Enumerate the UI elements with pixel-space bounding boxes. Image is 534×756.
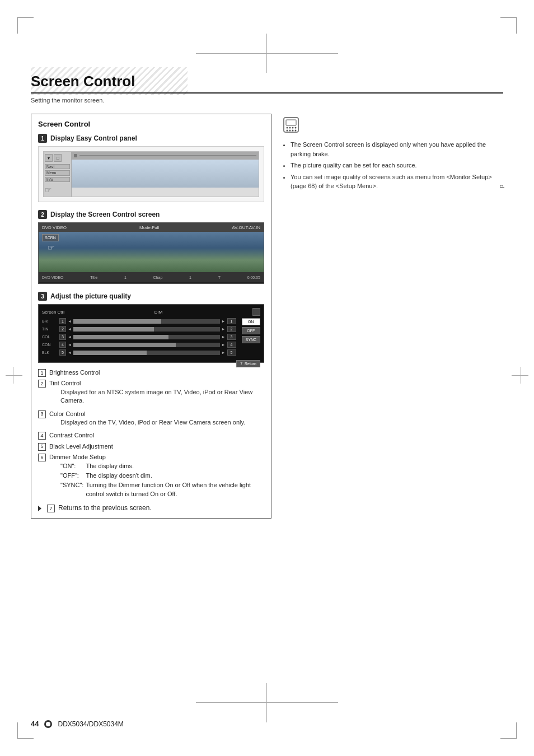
list-label-7: Returns to the previous screen. <box>58 504 152 512</box>
list-num-2: 2 <box>38 380 46 388</box>
corner-mark-tr <box>500 17 517 34</box>
settings-rows-area: BRI 1 ◄ ► 1 <box>42 318 260 357</box>
dimmer-key-on: "ON": <box>60 462 86 472</box>
svg-point-6 <box>287 130 288 132</box>
step3-text: Adjust the picture quality <box>50 292 131 300</box>
panel-top-bar <box>72 152 259 160</box>
crosshair-mid-v <box>13 367 13 384</box>
list-num-7: 7 <box>47 505 55 512</box>
panel-btn-menu: Menu <box>45 170 70 175</box>
dimmer-table: "ON": The display dims. "OFF": The displ… <box>60 462 264 500</box>
con-bar <box>73 343 220 347</box>
list-item-1: 1 Brightness Control <box>38 368 264 377</box>
blk-arrows: ◄ <box>68 351 72 354</box>
settings-dim-text: DIM <box>154 310 163 315</box>
item7-content: 7 Returns to the previous screen. <box>47 504 152 512</box>
svg-point-5 <box>295 127 297 129</box>
two-col-layout: Screen Control 1 Display Easy Control pa… <box>31 114 503 519</box>
screen-bottom-num2: 1 <box>189 276 191 279</box>
list-label-5: Black Level Adjustment <box>49 442 113 451</box>
dimmer-val-sync: Turning the Dimmer function On or Off wh… <box>86 481 264 500</box>
screen-bottom-left: DVD VIDEO <box>42 276 64 279</box>
off-button[interactable]: OFF <box>242 327 260 334</box>
settings-close-btn[interactable] <box>252 308 260 316</box>
col-bar <box>73 335 220 339</box>
page-content: Screen Control Setting the monitor scree… <box>31 67 503 519</box>
screen-bottom-T: T <box>218 276 221 279</box>
panel-top-dot <box>74 154 77 157</box>
con-val: 4 <box>227 342 236 348</box>
svg-point-8 <box>292 130 294 132</box>
screen-top-right: AV-OUT:AV-IN <box>232 225 260 230</box>
settings-row-bri: BRI 1 ◄ ► 1 <box>42 318 236 324</box>
section-title: Screen Control <box>31 73 503 90</box>
screen-cursor-icon: ☞ <box>48 243 55 252</box>
blk-bar <box>73 351 220 355</box>
bri-label: BRI <box>42 319 58 323</box>
panel-main-area <box>72 152 259 197</box>
list-item-4: 4 Contrast Control <box>38 431 264 440</box>
con-label: CON <box>42 343 58 347</box>
tin-arrows-right: ► <box>222 327 226 331</box>
col-val: 3 <box>227 334 236 340</box>
blk-num: 5 <box>59 349 66 356</box>
tin-fill <box>73 327 154 332</box>
list-label-3: Color Control <box>49 410 86 417</box>
footer-page-num: 44 <box>31 720 39 728</box>
con-arrows-right: ► <box>222 343 226 347</box>
list-num-1: 1 <box>38 369 46 377</box>
dimmer-val-off: The display doesn't dim. <box>86 472 264 481</box>
blk-val: 5 <box>227 349 236 356</box>
con-arrows: ◄ <box>68 343 72 347</box>
crosshair-bot-h <box>196 702 338 703</box>
panel-btn-navi: Navi <box>45 164 70 169</box>
screen-top-mode: Mode:Full <box>139 225 159 230</box>
item7-row: 7 Returns to the previous screen. <box>38 504 264 512</box>
main-box-title: Screen Control <box>38 120 264 128</box>
list-content-6: Dimmer Mode Setup "ON": The display dims… <box>49 453 264 501</box>
list-sub-3: Displayed on the TV, Video, iPod or Rear… <box>60 418 245 427</box>
return-label: Return <box>245 362 256 366</box>
blk-arrows-right: ► <box>222 351 226 354</box>
list-num-5: 5 <box>38 443 46 451</box>
list-label-1: Brightness Control <box>49 368 100 377</box>
list-label-2: Tint Control <box>49 380 81 386</box>
screen-bottom-num1: 1 <box>124 276 127 279</box>
scrn-button[interactable]: SCRN <box>42 234 59 241</box>
corner-mark-tl <box>17 17 34 34</box>
on-button[interactable]: ON <box>242 318 260 325</box>
screen-bottom-time: 0:00:05 <box>247 276 260 279</box>
subtitle: Setting the monitor screen. <box>31 97 503 104</box>
note-bullets: The Screen Control screen is displayed o… <box>283 140 503 191</box>
panel-inner: ▼ □ Navi Menu Info ☞ <box>43 151 259 197</box>
list-item-2: 2 Tint Control Displayed for an NTSC sys… <box>38 379 264 407</box>
step3-settings-image: Screen Ctrl DIM BRI 1 ◄ <box>38 304 264 363</box>
return-button[interactable]: 7 Return <box>236 360 260 367</box>
tin-arrows: ◄ <box>68 327 72 331</box>
sync-button[interactable]: SYNC <box>242 336 260 343</box>
step2-text: Display the Screen Control screen <box>50 211 160 218</box>
left-column: Screen Control 1 Display Easy Control pa… <box>31 114 271 519</box>
dimmer-row-sync: "SYNC": Turning the Dimmer function On o… <box>60 481 264 500</box>
bri-arrows-right: ► <box>222 319 226 323</box>
list-num-3: 3 <box>38 410 46 418</box>
panel-down-arrow: ▼ <box>45 154 53 162</box>
svg-rect-1 <box>286 120 296 125</box>
list-item-5: 5 Black Level Adjustment <box>38 442 264 451</box>
note-icon <box>283 116 503 137</box>
screen-content: SCRN ☞ <box>39 232 264 272</box>
panel-top-line <box>79 155 256 156</box>
return-num: 7 <box>240 362 242 366</box>
bri-bar <box>73 319 220 324</box>
note-item-1: The Screen Control screen is displayed o… <box>291 140 503 158</box>
page-footer: 44 DDX5034/DDX5034M <box>31 720 503 728</box>
con-fill <box>73 343 176 347</box>
settings-right-btns: ON OFF SYNC <box>242 318 260 357</box>
screen-top-left: DVD VIDEO <box>42 225 67 230</box>
dimmer-key-sync: "SYNC": <box>60 481 86 500</box>
list-sub-2: Displayed for an NTSC system image on TV… <box>60 388 264 405</box>
step1-num: 1 <box>38 134 47 143</box>
crosshair-top-h <box>196 53 338 54</box>
blk-fill <box>73 351 147 355</box>
screen-top-bar: DVD VIDEO Mode:Full AV-OUT:AV-IN <box>39 223 264 232</box>
